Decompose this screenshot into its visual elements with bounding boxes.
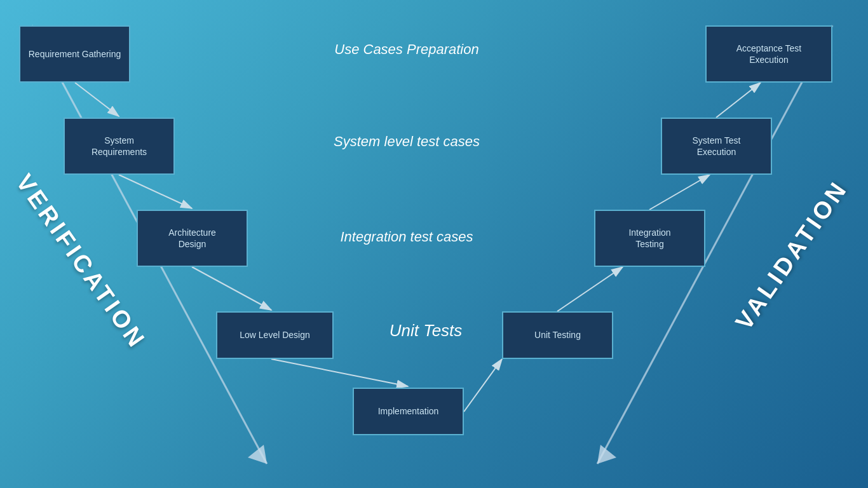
diagram-container: Requirement Gathering SystemRequirements… [0, 0, 868, 488]
svg-line-8 [192, 267, 271, 310]
system-test-execution-box: System TestExecution [661, 118, 772, 175]
validation-label: VALIDATION [726, 169, 857, 341]
low-level-design-box: Low Level Design [216, 311, 334, 359]
svg-line-9 [271, 359, 408, 386]
unit-tests-label: Unit Tests [362, 321, 489, 341]
integration-testing-box: IntegrationTesting [594, 210, 705, 267]
svg-line-12 [649, 175, 710, 210]
svg-line-13 [716, 83, 761, 118]
system-level-label: System level test cases [273, 133, 540, 150]
svg-line-10 [464, 359, 502, 412]
svg-marker-5 [597, 445, 616, 464]
unit-testing-box: Unit Testing [502, 311, 613, 359]
svg-line-11 [557, 267, 623, 311]
svg-marker-3 [248, 445, 267, 464]
requirement-gathering-box: Requirement Gathering [19, 25, 130, 83]
acceptance-test-execution-box: Acceptance TestExecution [705, 25, 832, 83]
svg-line-6 [75, 83, 119, 116]
architecture-design-box: ArchitectureDesign [137, 210, 248, 267]
svg-line-7 [119, 175, 192, 208]
integration-test-label: Integration test cases [286, 229, 527, 245]
system-requirements-box: SystemRequirements [64, 118, 175, 175]
verification-label: VERIFICATION [10, 169, 142, 341]
implementation-box: Implementation [353, 388, 464, 435]
use-cases-label: Use Cases Preparation [286, 41, 527, 58]
